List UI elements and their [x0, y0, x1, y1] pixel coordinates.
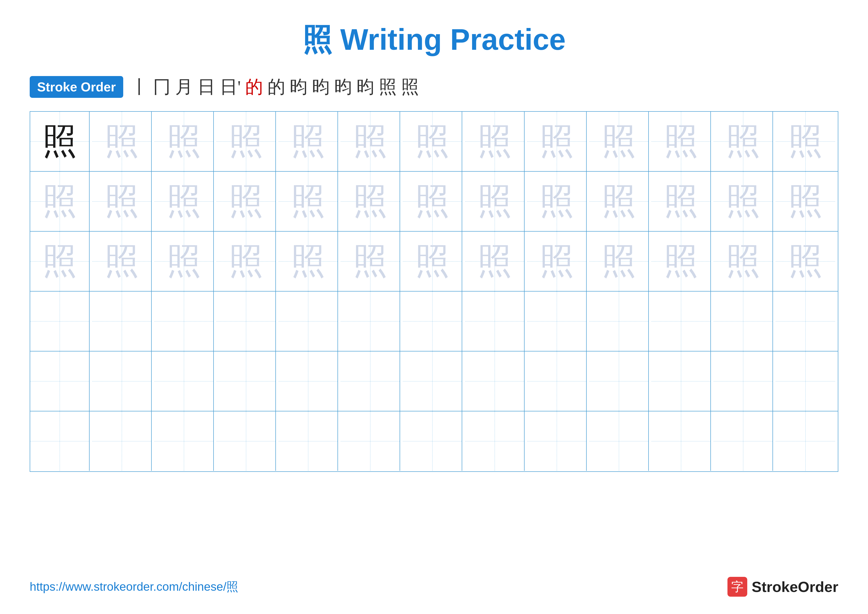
- cell-4-13[interactable]: [776, 292, 835, 351]
- stroke-2: 冂: [153, 75, 171, 99]
- logo-text: StrokeOrder: [752, 578, 838, 595]
- char-light: 照: [726, 118, 760, 165]
- cell-6-1[interactable]: [30, 411, 90, 471]
- cell-6-3[interactable]: [154, 411, 214, 471]
- cell-2-11[interactable]: 照: [651, 172, 711, 231]
- cell-5-13[interactable]: [776, 351, 835, 411]
- cell-1-5[interactable]: 照: [279, 112, 338, 171]
- char-light: 照: [539, 118, 574, 165]
- cell-5-11[interactable]: [651, 351, 711, 411]
- cell-1-13[interactable]: 照: [776, 112, 835, 171]
- cell-6-8[interactable]: [465, 411, 525, 471]
- cell-5-12[interactable]: [714, 351, 773, 411]
- cell-5-8[interactable]: [465, 351, 525, 411]
- stroke-4: 日: [197, 75, 215, 99]
- cell-3-9[interactable]: 照: [527, 232, 587, 291]
- cell-2-7[interactable]: 照: [403, 172, 462, 231]
- cell-4-8[interactable]: [465, 292, 525, 351]
- cell-5-9[interactable]: [527, 351, 587, 411]
- cell-3-4[interactable]: 照: [217, 232, 276, 291]
- cell-2-10[interactable]: 照: [589, 172, 649, 231]
- footer-url[interactable]: https://www.strokeorder.com/chinese/照: [30, 579, 238, 595]
- cell-6-9[interactable]: [527, 411, 587, 471]
- cell-6-7[interactable]: [403, 411, 462, 471]
- cell-1-12[interactable]: 照: [714, 112, 773, 171]
- cell-6-12[interactable]: [714, 411, 773, 471]
- cell-4-9[interactable]: [527, 292, 587, 351]
- grid-row-5: [30, 351, 838, 411]
- grid-row-2: 照 照 照 照 照 照 照 照 照 照 照 照 照: [30, 172, 838, 232]
- char-light: 照: [166, 118, 201, 165]
- cell-6-6[interactable]: [341, 411, 400, 471]
- cell-2-9[interactable]: 照: [527, 172, 587, 231]
- cell-4-12[interactable]: [714, 292, 773, 351]
- cell-4-4[interactable]: [217, 292, 276, 351]
- stroke-3: 月: [175, 75, 193, 99]
- cell-2-8[interactable]: 照: [465, 172, 525, 231]
- cell-1-8[interactable]: 照: [465, 112, 525, 171]
- page: 照 Writing Practice Stroke Order 丨 冂 月 日 …: [0, 0, 868, 614]
- cell-4-7[interactable]: [403, 292, 462, 351]
- cell-5-3[interactable]: [154, 351, 214, 411]
- cell-3-5[interactable]: 照: [279, 232, 338, 291]
- char-light: 照: [663, 118, 698, 165]
- cell-3-10[interactable]: 照: [589, 232, 649, 291]
- cell-4-11[interactable]: [651, 292, 711, 351]
- cell-1-3[interactable]: 照: [154, 112, 214, 171]
- cell-3-8[interactable]: 照: [465, 232, 525, 291]
- char-light: 照: [415, 118, 450, 165]
- cell-1-2[interactable]: 照: [92, 112, 152, 171]
- cell-2-4[interactable]: 照: [217, 172, 276, 231]
- cell-4-3[interactable]: [154, 292, 214, 351]
- cell-4-6[interactable]: [341, 292, 400, 351]
- cell-5-1[interactable]: [30, 351, 90, 411]
- cell-6-11[interactable]: [651, 411, 711, 471]
- cell-3-1[interactable]: 照: [30, 232, 90, 291]
- cell-3-13[interactable]: 照: [776, 232, 835, 291]
- cell-1-6[interactable]: 照: [341, 112, 400, 171]
- char-light: 照: [353, 118, 388, 165]
- cell-3-7[interactable]: 照: [403, 232, 462, 291]
- cell-6-4[interactable]: [217, 411, 276, 471]
- cell-4-5[interactable]: [279, 292, 338, 351]
- cell-4-2[interactable]: [92, 292, 152, 351]
- cell-6-13[interactable]: [776, 411, 835, 471]
- cell-6-2[interactable]: [92, 411, 152, 471]
- cell-5-4[interactable]: [217, 351, 276, 411]
- stroke-5: 日': [220, 75, 241, 99]
- grid-row-4: [30, 292, 838, 351]
- stroke-1: 丨: [131, 75, 149, 99]
- char-light: 照: [104, 118, 139, 165]
- cell-2-5[interactable]: 照: [279, 172, 338, 231]
- cell-1-11[interactable]: 照: [651, 112, 711, 171]
- logo-icon: 字: [727, 577, 747, 597]
- cell-2-6[interactable]: 照: [341, 172, 400, 231]
- cell-3-6[interactable]: 照: [341, 232, 400, 291]
- cell-2-2[interactable]: 照: [92, 172, 152, 231]
- cell-3-2[interactable]: 照: [92, 232, 152, 291]
- cell-5-6[interactable]: [341, 351, 400, 411]
- cell-1-1[interactable]: 照: [30, 112, 90, 171]
- cell-5-5[interactable]: [279, 351, 338, 411]
- footer: https://www.strokeorder.com/chinese/照 字 …: [30, 577, 838, 597]
- cell-1-4[interactable]: 照: [217, 112, 276, 171]
- cell-4-1[interactable]: [30, 292, 90, 351]
- cell-6-5[interactable]: [279, 411, 338, 471]
- cell-5-2[interactable]: [92, 351, 152, 411]
- cell-5-7[interactable]: [403, 351, 462, 411]
- cell-2-3[interactable]: 照: [154, 172, 214, 231]
- cell-2-13[interactable]: 照: [776, 172, 835, 231]
- cell-2-1[interactable]: 照: [30, 172, 90, 231]
- cell-6-10[interactable]: [589, 411, 649, 471]
- stroke-7: 的: [268, 75, 285, 99]
- cell-4-10[interactable]: [589, 292, 649, 351]
- cell-1-9[interactable]: 照: [527, 112, 587, 171]
- cell-1-7[interactable]: 照: [403, 112, 462, 171]
- cell-3-12[interactable]: 照: [714, 232, 773, 291]
- cell-1-10[interactable]: 照: [589, 112, 649, 171]
- cell-3-3[interactable]: 照: [154, 232, 214, 291]
- cell-2-12[interactable]: 照: [714, 172, 773, 231]
- cell-5-10[interactable]: [589, 351, 649, 411]
- cell-3-11[interactable]: 照: [651, 232, 711, 291]
- page-title: 照 Writing Practice: [30, 20, 838, 60]
